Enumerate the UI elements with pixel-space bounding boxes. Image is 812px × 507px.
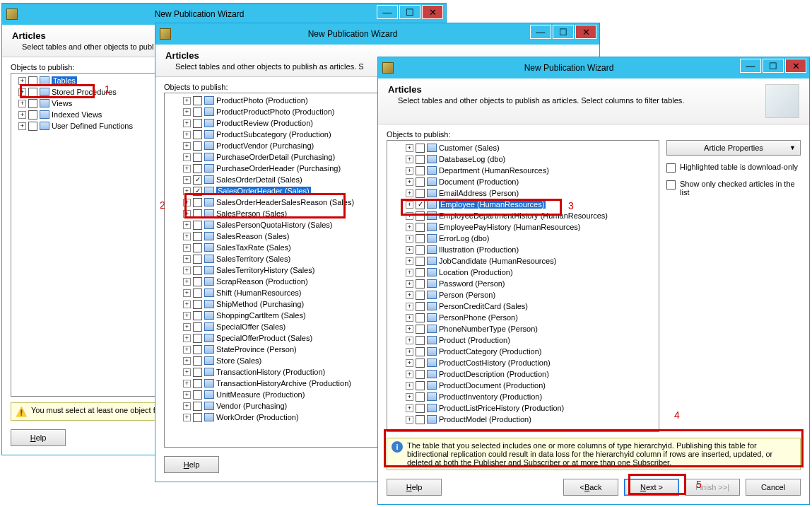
tree-item[interactable]: +PersonCreditCard (Sales) (389, 301, 657, 312)
expand-icon[interactable]: + (406, 235, 413, 243)
tree-item[interactable]: +EmployeeDepartmentHistory (HumanResourc… (389, 210, 657, 221)
checkbox-icon[interactable] (193, 255, 202, 264)
expand-icon[interactable]: + (183, 402, 191, 410)
expand-icon[interactable]: + (406, 416, 413, 424)
tree-item[interactable]: +Customer (Sales) (389, 142, 657, 153)
expand-icon[interactable]: + (406, 337, 413, 344)
tree-item[interactable]: +EmployeePayHistory (HumanResources) (389, 221, 657, 233)
expand-icon[interactable]: + (18, 77, 26, 85)
expand-icon[interactable]: + (406, 325, 413, 333)
expand-icon[interactable]: + (183, 380, 191, 387)
expand-icon[interactable]: + (183, 165, 191, 173)
tree-item[interactable]: +ErrorLog (dbo) (389, 233, 657, 244)
checkbox-icon[interactable] (28, 99, 37, 108)
checkbox-icon[interactable] (193, 266, 202, 275)
expand-icon[interactable]: + (406, 144, 413, 152)
expand-icon[interactable]: + (18, 88, 26, 96)
tree-item[interactable]: +ProductListPriceHistory (Production) (389, 402, 657, 414)
checkbox-icon[interactable] (416, 313, 425, 322)
tree-item[interactable]: +Location (Production) (389, 267, 657, 278)
help-button[interactable]: Help (164, 456, 219, 473)
expand-icon[interactable]: + (18, 122, 26, 130)
checkbox-icon[interactable] (416, 257, 425, 266)
checkbox-icon[interactable] (416, 166, 425, 175)
expand-icon[interactable]: + (406, 280, 413, 288)
expand-icon[interactable]: + (183, 334, 191, 342)
next-button[interactable]: Next > (624, 479, 679, 496)
cancel-button[interactable]: Cancel (746, 479, 801, 496)
checkbox-icon[interactable] (416, 189, 425, 198)
expand-icon[interactable]: + (183, 312, 191, 320)
checkbox-icon[interactable] (193, 402, 202, 411)
checkbox-icon[interactable] (193, 141, 202, 151)
checkbox-icon[interactable] (416, 392, 425, 402)
expand-icon[interactable]: + (183, 289, 191, 297)
tree-item[interactable]: +Person (Person) (389, 289, 657, 301)
checkbox-icon[interactable] (416, 144, 425, 153)
maximize-button[interactable]: ☐ (553, 25, 574, 39)
tree-item[interactable]: +ProductDescription (Production) (389, 368, 657, 380)
expand-icon[interactable]: + (406, 404, 413, 412)
checkbox-icon[interactable] (416, 279, 425, 289)
article-properties-combo[interactable]: Article Properties (666, 140, 801, 156)
expand-icon[interactable]: + (183, 153, 191, 161)
expand-icon[interactable]: + (183, 142, 191, 150)
checkbox-icon[interactable] (416, 268, 425, 277)
tree-item[interactable]: +Document (Production) (389, 176, 657, 187)
tree-item[interactable]: +Illustration (Production) (389, 244, 657, 255)
checkbox-icon[interactable] (193, 390, 202, 400)
close-button[interactable]: ✕ (575, 25, 596, 39)
checkbox-icon[interactable] (416, 155, 425, 164)
expand-icon[interactable]: + (183, 301, 191, 308)
objects-tree[interactable]: +Customer (Sales)+DatabaseLog (dbo)+Depa… (387, 140, 659, 432)
checkbox-icon[interactable] (416, 381, 425, 390)
expand-icon[interactable]: + (183, 255, 191, 263)
expand-icon[interactable]: + (183, 278, 191, 286)
expand-icon[interactable]: + (183, 414, 191, 421)
expand-icon[interactable]: + (183, 391, 191, 399)
expand-icon[interactable]: + (183, 210, 191, 218)
expand-icon[interactable]: + (406, 393, 413, 401)
expand-icon[interactable]: + (406, 167, 413, 175)
checkbox-icon[interactable] (193, 130, 202, 139)
maximize-button[interactable]: ☐ (763, 59, 784, 73)
expand-icon[interactable]: + (406, 269, 413, 276)
tree-item[interactable]: +ProductInventory (Production) (389, 391, 657, 402)
checkbox-icon[interactable] (193, 345, 202, 354)
checkbox-icon[interactable] (28, 76, 37, 86)
expand-icon[interactable]: + (406, 178, 413, 186)
expand-icon[interactable]: + (183, 97, 191, 105)
close-button[interactable]: ✕ (785, 59, 806, 73)
checkbox-icon[interactable] (193, 198, 202, 207)
expand-icon[interactable]: + (183, 267, 191, 274)
checkbox-icon[interactable] (193, 164, 202, 173)
expand-icon[interactable]: + (406, 314, 413, 322)
checkbox-icon[interactable] (416, 415, 425, 424)
checkbox-icon[interactable] (193, 311, 202, 320)
help-button[interactable]: Help (387, 479, 442, 496)
checkbox-icon[interactable] (416, 325, 425, 334)
expand-icon[interactable]: + (406, 348, 413, 356)
tree-item[interactable]: +Product (Production) (389, 334, 657, 346)
minimize-button[interactable]: — (530, 25, 551, 39)
tree-item[interactable]: +ProductCostHistory (Production) (389, 357, 657, 368)
expand-icon[interactable]: + (406, 382, 413, 390)
checkbox-icon[interactable] (28, 88, 37, 97)
expand-icon[interactable]: + (18, 100, 26, 107)
tree-item[interactable]: +ProductModel (Production) (389, 414, 657, 425)
checkbox-icon[interactable] (193, 334, 202, 343)
checkbox-icon[interactable] (193, 209, 202, 218)
expand-icon[interactable]: + (406, 223, 413, 231)
expand-icon[interactable]: + (183, 244, 191, 252)
expand-icon[interactable]: + (406, 303, 413, 310)
expand-icon[interactable]: + (406, 371, 413, 378)
expand-icon[interactable]: + (183, 368, 191, 376)
expand-icon[interactable]: + (18, 111, 26, 119)
checkbox-icon[interactable] (416, 370, 425, 379)
download-only-option[interactable]: Highlighted table is download-only (666, 163, 801, 173)
expand-icon[interactable]: + (406, 257, 413, 265)
maximize-button[interactable]: ☐ (399, 5, 420, 19)
checkbox-icon[interactable] (416, 404, 425, 413)
checkbox-icon[interactable] (193, 277, 202, 286)
tree-item[interactable]: +ProductDocument (Production) (389, 380, 657, 391)
